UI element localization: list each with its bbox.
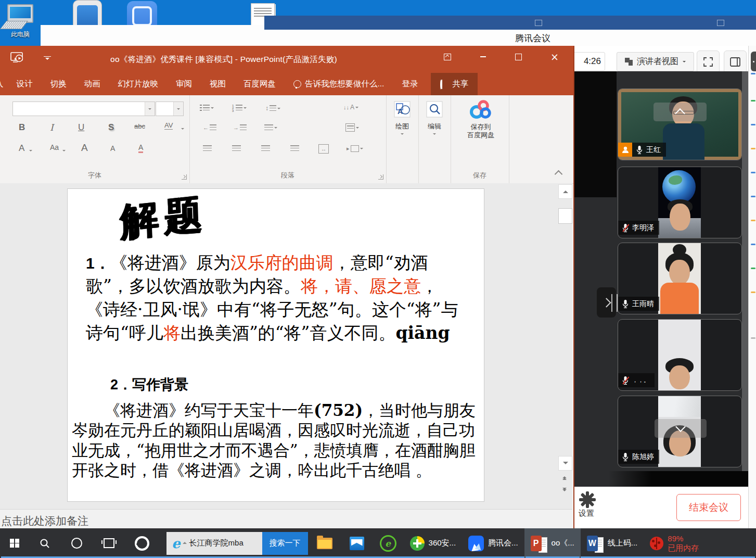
line-spacing-button[interactable]: ↕ <box>265 105 280 112</box>
app-powerpoint[interactable]: P oo《... <box>524 528 581 558</box>
bold-button[interactable]: B <box>19 122 25 133</box>
underline-button[interactable]: U <box>78 122 84 133</box>
app-word[interactable]: W 线上码... <box>581 528 644 558</box>
tell-me-box[interactable]: 告诉我您想要做什么... <box>285 73 393 95</box>
tell-me-label: 告诉我您想要做什么... <box>305 79 384 90</box>
participants-scrollbar[interactable] <box>742 71 748 487</box>
font-group-label: 字体 <box>0 171 189 180</box>
notes-placeholder[interactable]: 点击此处添加备注 <box>1 514 572 528</box>
tab-view[interactable]: 视图 <box>201 73 235 95</box>
end-meeting-button[interactable]: 结束会议 <box>676 494 741 521</box>
app-tencent-meeting[interactable]: 腾讯会... <box>462 528 524 558</box>
font-name-combo[interactable] <box>12 102 155 116</box>
participant-tile[interactable]: 李明泽 <box>618 167 742 238</box>
italic-button[interactable]: I <box>50 122 54 133</box>
edit-label: 编辑 <box>420 122 449 131</box>
align-left-button[interactable] <box>203 145 212 151</box>
smartart-convert-button[interactable]: ▸ <box>347 145 363 152</box>
more-options-button[interactable] <box>751 52 756 71</box>
task-view-icon <box>104 538 114 548</box>
draw-button[interactable]: A 绘图 <box>388 99 416 136</box>
tab-baidu-netdisk[interactable]: 百度网盘 <box>235 73 285 95</box>
paragraph-dialog-launcher[interactable] <box>378 174 383 180</box>
character-spacing-button[interactable]: AV <box>164 121 173 130</box>
fullscreen-icon <box>703 57 713 67</box>
columns-button[interactable] <box>264 124 277 131</box>
shrink-font-button[interactable]: A <box>110 144 115 153</box>
participant-tile[interactable]: 陈旭婷 <box>618 396 742 467</box>
login-button[interactable]: 登录 <box>393 73 427 95</box>
mail-button[interactable] <box>341 528 373 558</box>
collapse-ribbon-icon[interactable] <box>555 170 563 179</box>
font-size-combo[interactable] <box>156 102 184 116</box>
tab-slideshow[interactable]: 幻灯片放映 <box>109 73 168 95</box>
chevron-down-icon[interactable] <box>655 419 707 438</box>
start-button[interactable] <box>0 528 29 558</box>
search-widget-caret-icon[interactable] <box>183 540 187 544</box>
cortana-button[interactable] <box>60 528 93 558</box>
app-360-safety[interactable]: 360安... <box>404 528 463 558</box>
close-button[interactable]: × <box>540 46 569 68</box>
search-icon <box>40 538 50 549</box>
scroll-down-button[interactable] <box>558 456 572 471</box>
green-e-browser-icon: e <box>380 535 396 552</box>
align-right-button[interactable] <box>261 145 270 151</box>
taskbar-search-widget[interactable]: e 长江商学院mba 搜索一下 <box>166 532 308 555</box>
side-panel-button[interactable] <box>724 50 747 73</box>
taskbar-search-button[interactable] <box>29 528 60 558</box>
tab-design[interactable]: 设计 <box>8 73 42 95</box>
slide[interactable]: 解题 1．《将进酒》原为汉乐府的曲调，意即“劝酒歌”，多以饮酒放歌为内容。将，请… <box>68 189 484 501</box>
notes-splitter[interactable] <box>172 509 560 510</box>
browser-360-button[interactable] <box>125 528 159 558</box>
chevron-up-icon[interactable] <box>654 103 707 121</box>
align-center-button[interactable] <box>232 145 241 151</box>
next-slide-button[interactable] <box>560 485 569 496</box>
notes-pane[interactable]: 点击此处添加备注 <box>0 509 572 529</box>
tray-memory-monitor[interactable]: 89% 已用内存 <box>644 528 705 558</box>
ribbon-display-options-button[interactable] <box>433 46 462 68</box>
file-explorer-button[interactable] <box>308 528 341 558</box>
tab-animations[interactable]: 动画 <box>75 73 109 95</box>
settings-button[interactable]: 设置 <box>579 491 596 518</box>
desktop-icon-this-pc[interactable]: 此电脑 <box>7 4 33 39</box>
text-direction-button[interactable]: ↓↓A <box>343 104 358 111</box>
scrollbar-track[interactable] <box>558 184 571 471</box>
baidu-save-group: 保存到 百度网盘 保存 <box>451 95 509 183</box>
minimize-button[interactable] <box>468 46 497 68</box>
font-dialog-launcher[interactable] <box>182 174 187 180</box>
clear-formatting-button[interactable]: A <box>138 143 143 153</box>
scroll-up-button[interactable] <box>558 184 572 199</box>
decrease-indent-button[interactable]: ← <box>203 124 216 131</box>
save-to-baidu-button[interactable]: 保存到 百度网盘 <box>464 99 497 140</box>
view-mode-dropdown[interactable]: 演讲者视图 <box>617 52 694 71</box>
tab-transitions[interactable]: 切换 <box>42 73 75 95</box>
text-shadow-button[interactable]: S <box>108 122 114 133</box>
maximize-button[interactable] <box>504 46 533 68</box>
justify-button[interactable] <box>290 145 299 151</box>
slide-scrollbar[interactable] <box>558 184 571 508</box>
search-input[interactable]: 长江商学院mba <box>189 538 262 548</box>
scrollbar-thumb[interactable] <box>558 208 572 224</box>
task-view-button[interactable] <box>93 528 125 558</box>
grow-font-button[interactable]: A <box>81 142 88 154</box>
share-button[interactable]: 共享 <box>431 73 478 95</box>
fullscreen-button[interactable] <box>697 50 720 73</box>
previous-slide-button[interactable] <box>560 472 569 482</box>
change-case-button[interactable]: Aa <box>50 143 59 151</box>
font-color-button[interactable]: A <box>19 143 24 154</box>
tab-insert-partial[interactable]: 入 <box>0 73 8 95</box>
numbering-button[interactable]: 123 <box>232 105 247 111</box>
strikethrough-button[interactable]: abc <box>134 122 145 130</box>
edit-button[interactable]: 编辑 <box>420 99 449 136</box>
participant-tile[interactable]: 王红 <box>618 88 742 160</box>
participant-tile[interactable]: ，，。 <box>618 319 742 391</box>
panel-drag-handle[interactable] <box>611 294 618 312</box>
distribute-button[interactable]: ↔ <box>318 144 329 154</box>
participant-tile[interactable]: 王雨晴 <box>618 243 742 314</box>
bullets-button[interactable] <box>200 105 214 111</box>
search-go-button[interactable]: 搜索一下 <box>262 532 308 555</box>
tab-review[interactable]: 审阅 <box>167 73 201 95</box>
align-text-button[interactable] <box>345 123 359 132</box>
browser-360-speed-button[interactable]: e <box>373 528 404 558</box>
increase-indent-button[interactable]: → <box>233 124 247 131</box>
